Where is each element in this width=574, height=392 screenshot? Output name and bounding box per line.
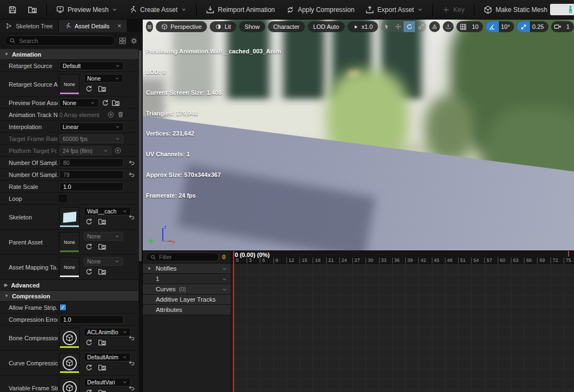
asset-thumbnail[interactable]: None — [59, 257, 80, 277]
filter-box[interactable] — [146, 253, 219, 261]
close-icon[interactable]: ✕ — [117, 23, 121, 29]
allow-frame-stripping-checkbox[interactable] — [59, 304, 66, 311]
preview-mesh-button[interactable]: Preview Mesh — [51, 3, 123, 17]
use-selected-asset-button[interactable] — [85, 339, 93, 346]
use-selected-asset-button[interactable] — [101, 99, 109, 107]
browse-asset-button[interactable] — [98, 217, 106, 225]
surface-snapping-button[interactable] — [443, 21, 454, 32]
variable-frame-thumbnail[interactable] — [59, 378, 80, 392]
scrollbar-thumb[interactable] — [139, 50, 142, 261]
details-settings-button[interactable] — [130, 36, 138, 46]
make-static-mesh-button[interactable]: Make Static Mesh — [479, 3, 552, 17]
property-matrix-button[interactable] — [119, 36, 126, 46]
tab-asset-details[interactable]: Asset Details ✕ — [59, 20, 128, 32]
preview-pose-asset-dropdown[interactable]: None — [59, 99, 99, 107]
sequence-end-marker[interactable] — [568, 251, 569, 256]
parent-asset-dropdown[interactable]: None — [84, 232, 123, 241]
compression-error-field[interactable] — [59, 315, 124, 324]
timeline-ruler[interactable]: 0 (0.00) (0%) 03691215182124273033363942… — [231, 251, 574, 264]
track-options-chevron-icon[interactable] — [222, 275, 227, 282]
browse-asset-button[interactable] — [98, 267, 106, 275]
use-selected-asset-button[interactable] — [85, 85, 93, 93]
browse-asset-button[interactable] — [98, 84, 106, 93]
rotate-tool-button[interactable] — [404, 21, 415, 32]
show-menu-button[interactable]: Show — [239, 21, 265, 32]
grid-snap-control[interactable]: 10 — [456, 21, 483, 32]
add-array-element-button[interactable] — [107, 111, 114, 118]
tab-skeleton-tree[interactable]: Skeleton Tree — [0, 20, 59, 32]
add-key-button[interactable]: Key — [437, 3, 469, 17]
reset-to-default-button[interactable] — [128, 158, 135, 167]
reset-to-default-button[interactable] — [128, 170, 135, 179]
use-selected-asset-button[interactable] — [85, 218, 93, 225]
timeline-grid[interactable] — [231, 264, 574, 392]
asset-thumbnail[interactable]: None — [59, 74, 80, 94]
search-input[interactable] — [19, 38, 110, 44]
asset-thumbnail[interactable]: None — [59, 232, 80, 252]
playhead[interactable] — [233, 251, 234, 392]
playback-speed-button[interactable]: x1.0 — [347, 21, 378, 32]
reset-to-default-button[interactable] — [128, 213, 135, 221]
timeline-track-area[interactable]: 0 (0.00) (0%) 03691215182124273033363942… — [231, 251, 574, 392]
perspective-button[interactable]: Perspective — [156, 21, 207, 32]
create-asset-button[interactable]: Create Asset — [124, 3, 192, 17]
target-frame-rate-dropdown[interactable]: 60000 fps — [59, 134, 124, 143]
scale-snap-control[interactable]: 0.25 — [517, 21, 548, 32]
use-selected-asset-button[interactable] — [85, 389, 93, 392]
section-animation[interactable]: ▼ Animation — [0, 49, 138, 60]
camera-speed-control[interactable]: 1 — [551, 21, 574, 32]
use-selected-asset-button[interactable] — [85, 364, 93, 371]
panel-scrollbar[interactable] — [139, 49, 142, 392]
sampled-keys-field[interactable] — [59, 170, 124, 179]
bone-compression-dropdown[interactable]: ACLAnimBo — [84, 328, 131, 336]
viewport-menu-button[interactable] — [146, 21, 153, 32]
scale-tool-button[interactable] — [415, 21, 426, 32]
browse-asset-button[interactable] — [112, 99, 120, 107]
rotation-snap-control[interactable]: 10° — [486, 21, 515, 32]
curve-compression-thumbnail[interactable] — [59, 353, 80, 373]
platform-target-dropdown[interactable]: 24 fps (film) — [59, 146, 112, 155]
persona-mode-chip[interactable] — [550, 4, 574, 15]
track-additive-layer-tracks[interactable]: Additive Layer Tracks — [143, 295, 231, 305]
sampled-frames-field[interactable] — [59, 158, 124, 167]
track-curves[interactable]: Curves (0) — [143, 284, 231, 295]
use-selected-asset-button[interactable] — [85, 243, 93, 250]
lod-auto-button[interactable]: LOD Auto — [308, 21, 345, 32]
bone-compression-thumbnail[interactable] — [59, 328, 80, 348]
variable-frame-dropdown[interactable]: DefaultVari — [84, 378, 131, 387]
track-notifies[interactable]: ▼ Notifies — [143, 264, 231, 274]
section-compression[interactable]: ▼ Compression — [0, 291, 138, 302]
reset-to-default-button[interactable] — [128, 359, 135, 367]
browse-asset-button[interactable] — [98, 338, 106, 346]
select-tool-button[interactable] — [381, 21, 392, 32]
section-advanced[interactable]: ▶ Advanced — [0, 280, 138, 291]
track-options-chevron-icon[interactable] — [222, 265, 227, 272]
track-attributes[interactable]: Attributes — [143, 305, 231, 315]
save-button[interactable] — [3, 3, 22, 17]
track-notify-1[interactable]: 1 — [143, 274, 231, 284]
search-box[interactable] — [4, 35, 115, 46]
reset-to-default-button[interactable] — [128, 334, 135, 342]
add-platform-override-button[interactable] — [114, 147, 121, 154]
skeleton-thumbnail[interactable] — [59, 207, 80, 227]
browse-asset-button[interactable] — [98, 363, 106, 371]
reimport-animation-button[interactable]: Reimport Animation — [201, 3, 280, 17]
export-asset-button[interactable]: Export Asset — [361, 3, 428, 17]
preview-viewport[interactable]: Previewing Animation Wall__cached_003_An… — [143, 20, 574, 250]
skeleton-dropdown[interactable]: Wall__cach — [84, 207, 131, 216]
retarget-source-dropdown[interactable]: Default — [59, 62, 124, 70]
asset-mapping-dropdown[interactable]: None — [84, 257, 123, 266]
browse-asset-button[interactable] — [98, 242, 106, 250]
reset-to-default-button[interactable] — [128, 384, 135, 392]
clear-array-button[interactable] — [117, 111, 124, 118]
coordinate-space-button[interactable] — [429, 21, 440, 32]
expander-arrow-icon[interactable]: ▼ — [147, 266, 152, 271]
retarget-source-asset-dropdown[interactable]: None — [84, 74, 123, 83]
track-options-chevron-icon[interactable] — [222, 286, 227, 292]
browse-to-asset-button[interactable] — [23, 3, 42, 17]
interpolation-dropdown[interactable]: Linear — [59, 122, 124, 131]
move-tool-button[interactable] — [392, 21, 404, 32]
browse-asset-button[interactable] — [98, 388, 106, 392]
loop-checkbox[interactable] — [59, 195, 66, 202]
curve-compression-dropdown[interactable]: DefaultAnim — [84, 353, 131, 362]
